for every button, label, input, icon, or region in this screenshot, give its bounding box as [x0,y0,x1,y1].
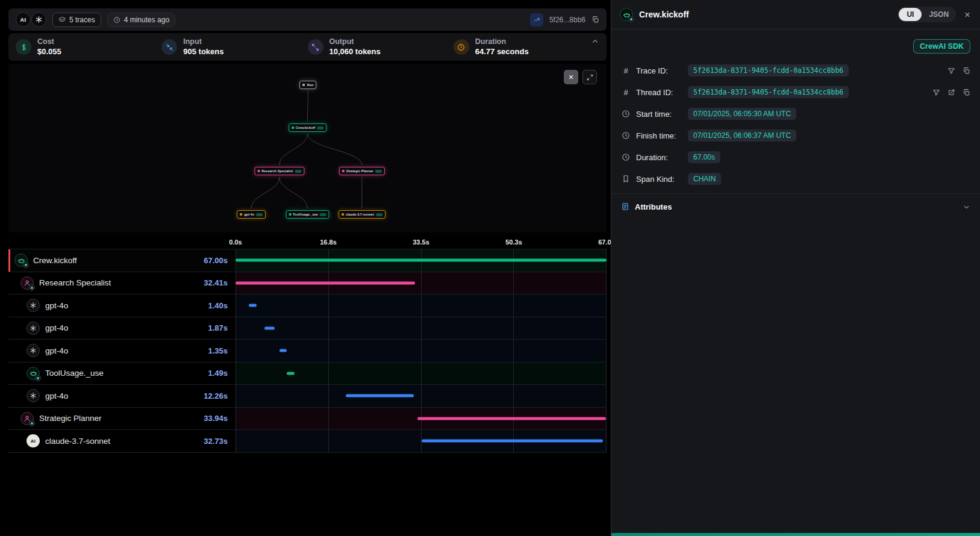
trace-chart-icon[interactable] [530,13,543,26]
field-value: 07/01/2025, 06:05:30 AM UTC [688,108,796,120]
span-duration: 12.26s [204,391,236,400]
span-bar[interactable] [279,349,287,352]
copy-icon[interactable] [591,16,599,23]
trace-topbar: AI 5 traces 4 minutes ago 5f26...8bb6 [8,8,607,31]
traces-count-label: 5 traces [69,16,95,24]
close-icon[interactable]: × [963,10,972,20]
field-label: Start time: [636,110,682,119]
chevron-up-icon[interactable] [591,37,599,46]
clock-icon [621,131,631,140]
field-label: Trace ID: [636,66,682,75]
trace-main-region: AI 5 traces 4 minutes ago 5f26...8bb6 Co… [0,0,611,536]
stat-item: Input 905 tokens [161,37,307,57]
span-duration: 1.40s [208,301,236,310]
axis-tick: 33.5s [413,238,429,246]
span-duration: 32.41s [204,278,236,287]
timeline-row[interactable]: ToolUsage._use 1.49s [8,363,607,385]
span-bar[interactable] [417,417,605,420]
tab-ui[interactable]: UI [899,8,922,21]
waterfall-timeline: 0.0s16.8s33.5s50.3s67.0s Crew.kickoff 67… [8,238,607,453]
stat-value: 64.77 seconds [475,47,529,57]
bookmark-icon [621,175,631,183]
stat-item: Output 10,060 tokens [308,37,454,57]
timeline-row[interactable]: gpt-4o 12.26s [8,385,607,408]
field-label: Thread ID: [636,88,682,97]
hash-icon: # [621,66,631,75]
time-ago-label: 4 minutes ago [124,16,169,24]
clock-icon [621,153,631,161]
span-name: claude-3.7-sonnet [45,437,110,446]
graph-node-gpt-4o[interactable]: gpt-4o [237,210,266,219]
timeline-row[interactable]: Strategic Planner 33.94s [8,408,607,431]
span-duration: 33.94s [204,414,236,423]
span-name: ToolUsage._use [45,369,104,378]
stat-value: 905 tokens [183,47,223,57]
span-bar[interactable] [264,326,275,329]
timeline-row[interactable]: AI claude-3.7-sonnet 32.73s [8,430,607,453]
graph-node-claude[interactable]: claude-3.7-sonnet [339,210,385,219]
span-name: Research Specialist [39,278,111,287]
timeline-track [236,385,607,407]
stats-list: Cost $0.055 Input 905 tokens Output 10,0… [16,37,599,57]
view-mode-tabs: UI JSON [897,7,956,22]
graph-node-research-specialist[interactable]: Research Specialist [254,167,304,175]
span-bar[interactable] [422,440,603,443]
tab-json[interactable]: JSON [923,8,955,21]
graph-expand-button[interactable] [582,70,597,84]
timeline-row[interactable]: Research Specialist 32.41s [8,272,607,295]
timeline-row[interactable]: gpt-4o 1.40s [8,294,607,317]
stat-value: 10,060 tokens [329,47,381,57]
detail-field: # Thread ID: 5f2613da-8371-9405-fcdd-0a1… [621,81,970,103]
timeline-track [236,272,607,294]
stat-item: Cost $0.055 [16,37,161,57]
timeline-track [236,363,607,385]
hash-icon: # [621,88,631,97]
stat-label: Cost [37,37,61,47]
attributes-label: Attributes [635,202,672,211]
filter-icon[interactable] [947,67,955,75]
span-name: gpt-4o [45,391,68,400]
copy-icon[interactable] [963,67,970,75]
timeline-row[interactable]: Crew.kickoff 67.00s [8,249,607,272]
openai-logo-icon [31,12,46,27]
timeline-track [236,340,607,362]
attributes-section-header[interactable]: Attributes [621,194,970,219]
detail-body: CrewAI SDK # Trace ID: 5f2613da-8371-940… [611,30,980,536]
graph-node-strategic-planner[interactable]: Strategic Planner [339,167,385,175]
detail-field: Finish time: 07/01/2025, 06:06:37 AM UTC [621,125,970,146]
timeline-rows: Crew.kickoff 67.00s Research Specialist … [8,249,607,453]
span-name: gpt-4o [45,346,68,355]
axis-tick: 0.0s [229,238,242,246]
span-duration: 1.49s [208,369,236,378]
copy-icon[interactable] [963,89,970,96]
span-duration: 32.73s [204,437,236,446]
clock-icon [113,16,120,23]
timeline-row[interactable]: gpt-4o 1.87s [8,317,607,340]
detail-header: Crew.kickoff UI JSON × [611,0,980,30]
timeline-row[interactable]: gpt-4o 1.35s [8,340,607,363]
graph-node-run[interactable]: Run [300,81,317,89]
agent-icon [20,276,34,290]
span-bar[interactable] [346,394,414,397]
axis-tick: 50.3s [505,238,522,246]
filter-icon[interactable] [932,89,940,96]
external-link-icon[interactable] [947,89,955,96]
span-bar[interactable] [236,259,607,262]
detail-title: Crew.kickoff [639,10,689,19]
graph-node-crew-kickoff[interactable]: Crew.kickoff [289,123,327,132]
detail-field: Start time: 07/01/2025, 06:05:30 AM UTC [621,103,970,125]
detail-field: Span Kind: CHAIN [621,168,970,190]
agent-icon [20,412,34,425]
timeline-track [236,317,607,340]
span-bar[interactable] [287,372,295,375]
clock-icon [621,110,631,118]
span-bar[interactable] [249,304,257,307]
graph-close-button[interactable]: × [564,70,578,84]
detail-fields: # Trace ID: 5f2613da-8371-9405-fcdd-0a15… [621,60,970,190]
graph-node-toolusage[interactable]: ToolUsage._use [286,210,329,219]
traces-count-badge[interactable]: 5 traces [52,13,101,27]
crew-icon [27,367,40,380]
sdk-badge[interactable]: CrewAI SDK [913,39,970,54]
chevron-down-icon[interactable] [963,203,970,211]
span-bar[interactable] [236,281,415,284]
